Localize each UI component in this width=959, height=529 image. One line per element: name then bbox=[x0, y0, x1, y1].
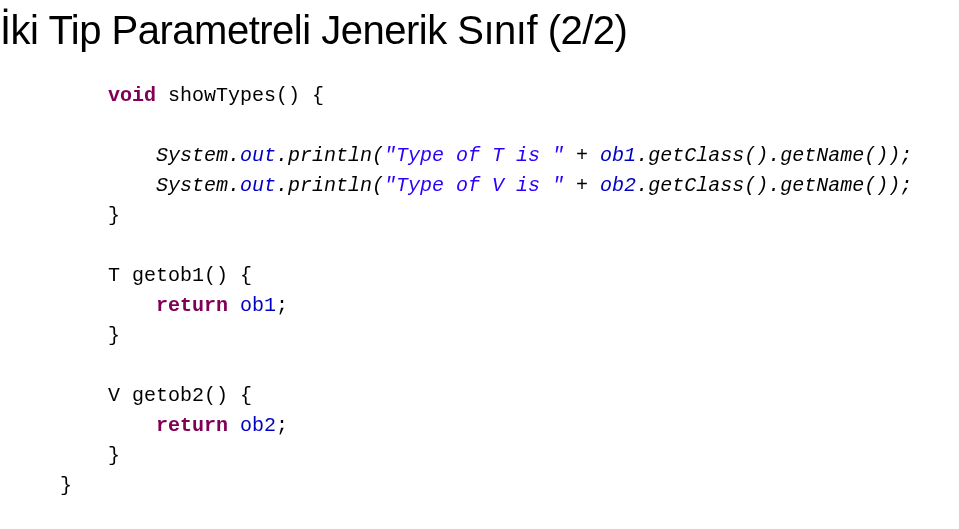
code-text: ; bbox=[276, 414, 288, 437]
code-text: System. bbox=[156, 144, 240, 167]
code-text: System. bbox=[156, 174, 240, 197]
code-line: } bbox=[60, 321, 959, 351]
code-text: ; bbox=[276, 294, 288, 317]
code-block: void showTypes() { System.out.println("T… bbox=[0, 81, 959, 501]
keyword: void bbox=[108, 84, 156, 107]
code-text: V getob2() { bbox=[108, 384, 252, 407]
code-text bbox=[228, 414, 240, 437]
code-line: System.out.println("Type of V is " + ob2… bbox=[60, 171, 959, 201]
code-field: ob1 bbox=[600, 144, 636, 167]
code-text: showTypes() { bbox=[156, 84, 324, 107]
code-field: ob2 bbox=[240, 414, 276, 437]
code-field: ob2 bbox=[600, 174, 636, 197]
code-text: + bbox=[564, 144, 600, 167]
code-line: } bbox=[60, 441, 959, 471]
code-text: } bbox=[108, 444, 120, 467]
keyword: return bbox=[156, 294, 228, 317]
code-text: } bbox=[60, 474, 72, 497]
code-text: T getob1() { bbox=[108, 264, 252, 287]
code-text: } bbox=[108, 204, 120, 227]
code-text: + bbox=[564, 174, 600, 197]
code-field: ob1 bbox=[240, 294, 276, 317]
slide-title: İki Tip Parametreli Jenerik Sınıf (2/2) bbox=[0, 0, 959, 81]
code-line: V getob2() { bbox=[60, 381, 959, 411]
code-line: System.out.println("Type of T is " + ob1… bbox=[60, 141, 959, 171]
code-text bbox=[228, 294, 240, 317]
keyword: return bbox=[156, 414, 228, 437]
code-text: .getClass().getName()); bbox=[636, 144, 912, 167]
code-text: .println( bbox=[276, 174, 384, 197]
code-field: out bbox=[240, 144, 276, 167]
code-text: .getClass().getName()); bbox=[636, 174, 912, 197]
code-line: return ob1; bbox=[60, 291, 959, 321]
code-field: out bbox=[240, 174, 276, 197]
code-line: T getob1() { bbox=[60, 261, 959, 291]
code-line: void showTypes() { bbox=[60, 81, 959, 111]
code-line: } bbox=[60, 201, 959, 231]
code-line: return ob2; bbox=[60, 411, 959, 441]
code-text: .println( bbox=[276, 144, 384, 167]
code-line: } bbox=[60, 471, 959, 501]
code-string: "Type of V is " bbox=[384, 174, 564, 197]
code-text: } bbox=[108, 324, 120, 347]
code-string: "Type of T is " bbox=[384, 144, 564, 167]
